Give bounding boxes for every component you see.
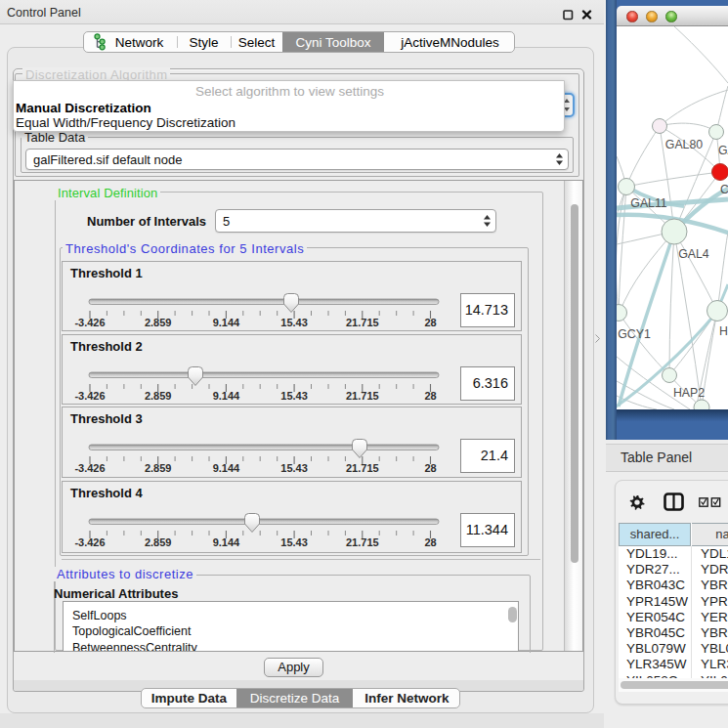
svg-text:2.859: 2.859 <box>145 536 172 548</box>
svg-text:15.43: 15.43 <box>280 390 308 402</box>
svg-text:28: 28 <box>424 462 436 474</box>
svg-text:HI: HI <box>719 324 728 338</box>
svg-text:15.43: 15.43 <box>280 317 308 328</box>
svg-text:GAL4: GAL4 <box>678 247 709 261</box>
svg-text:GCY1: GCY1 <box>618 327 651 341</box>
svg-text:28: 28 <box>424 536 436 548</box>
svg-text:HAP2: HAP2 <box>673 386 705 400</box>
svg-text:21.715: 21.715 <box>346 462 379 474</box>
svg-text:9.144: 9.144 <box>213 390 240 402</box>
svg-text:GAL: GAL <box>718 144 728 157</box>
svg-text:-3.426: -3.426 <box>74 390 105 402</box>
svg-text:9.144: 9.144 <box>213 317 240 328</box>
svg-text:9.144: 9.144 <box>213 462 240 474</box>
svg-text:-3.426: -3.426 <box>74 462 105 474</box>
svg-text:2.859: 2.859 <box>145 462 172 474</box>
svg-text:21.715: 21.715 <box>346 536 379 548</box>
svg-text:GAL80: GAL80 <box>665 138 703 151</box>
svg-text:9.144: 9.144 <box>213 536 240 548</box>
svg-text:CD: CD <box>720 183 728 196</box>
svg-text:15.43: 15.43 <box>280 462 308 474</box>
svg-text:21.715: 21.715 <box>346 317 379 328</box>
svg-text:21.715: 21.715 <box>346 390 379 402</box>
svg-text:2.859: 2.859 <box>145 390 172 402</box>
svg-text:28: 28 <box>424 390 436 402</box>
svg-text:-3.426: -3.426 <box>74 536 105 548</box>
svg-text:2.859: 2.859 <box>145 317 172 328</box>
svg-text:15.43: 15.43 <box>280 536 308 548</box>
svg-text:-3.426: -3.426 <box>74 317 105 328</box>
svg-text:GAL11: GAL11 <box>630 196 667 210</box>
svg-text:28: 28 <box>424 317 436 328</box>
